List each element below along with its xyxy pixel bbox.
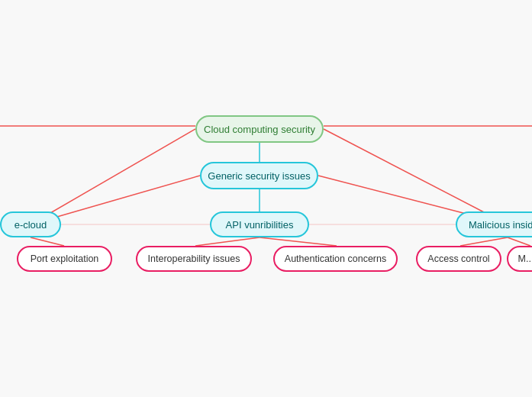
node-authentication: Authentication concerns [273,246,398,272]
node-root: Cloud computing security [195,115,324,143]
svg-line-2 [324,129,508,224]
node-access-control: Access control [416,246,501,272]
svg-line-1 [31,129,195,224]
connector-lines [0,0,532,397]
svg-line-8 [195,237,260,246]
node-m-partial: M... [507,246,532,272]
mind-map-container: Cloud computing security Generic securit… [0,0,532,397]
node-port-exploitation: Port exploitation [17,246,112,272]
node-ecloud: e-cloud [0,211,61,237]
svg-line-9 [260,237,337,246]
node-generic-security: Generic security issues [200,162,318,189]
svg-line-10 [31,237,64,246]
node-malicious-insider: Malicious insider [456,211,532,237]
node-api-vulnerabilities: API vunribilities [210,211,309,237]
svg-line-11 [460,237,508,246]
svg-line-12 [508,237,530,246]
node-interoperability: Interoperability issues [136,246,252,272]
